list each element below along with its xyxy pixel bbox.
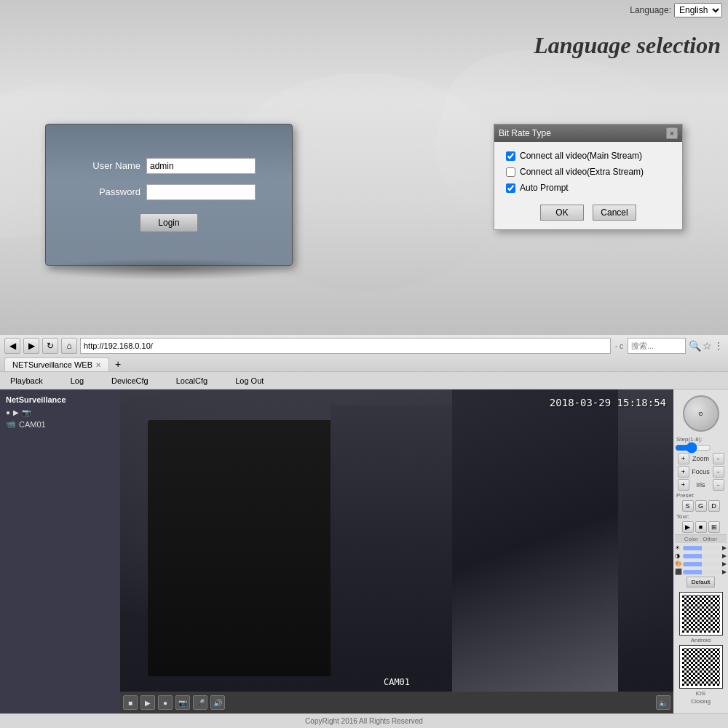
tb-play-btn[interactable]: ▶ <box>141 695 155 710</box>
footer-text: CopyRight 2016 All Rights Reserved <box>305 717 423 725</box>
tour-start-btn[interactable]: ▶ <box>682 521 694 533</box>
menu-local-cfg[interactable]: LocalCfg <box>173 374 210 387</box>
option2-row: Connect all video(Extra Stream) <box>506 167 670 177</box>
zoom-in-btn[interactable]: + <box>678 453 689 464</box>
saturation-slider[interactable] <box>683 570 721 574</box>
color-tab[interactable]: Color <box>684 536 698 542</box>
browser-icons-right: 🔍 ☆ ⋮ <box>689 340 724 352</box>
preset-label: Preset: <box>675 492 727 499</box>
saturation-icon: ⬛ <box>675 569 682 575</box>
option2-label: Connect all video(Extra Stream) <box>520 167 644 177</box>
contrast-arrow: ▶ <box>722 553 727 559</box>
tab-close-btn[interactable]: ✕ <box>95 361 101 369</box>
default-button[interactable]: Default <box>687 577 715 587</box>
cam-timestamp: 2018-03-29 15:18:54 <box>550 397 666 408</box>
dialog-buttons: OK Cancel <box>506 205 670 221</box>
username-row: User Name <box>82 158 256 174</box>
tb-volume-btn[interactable]: 🔈 <box>656 695 670 710</box>
color-row-2: ◑ ▶ <box>675 553 727 559</box>
back-button[interactable]: ◀ <box>4 338 20 354</box>
tb-audio-btn[interactable]: 🔊 <box>210 695 225 710</box>
iris-in-btn[interactable]: + <box>678 479 689 491</box>
preset-go-btn[interactable]: G <box>695 500 707 512</box>
forward-button[interactable]: ▶ <box>23 338 39 354</box>
contrast-slider[interactable] <box>683 554 721 558</box>
nvr-content-wrapper: NetSurveillance ● ▶ 📷 📹 CAM01 <box>0 389 728 713</box>
option3-row: Auto Prompt <box>506 183 670 193</box>
preset-buttons: S G D <box>675 500 727 512</box>
search-icon[interactable]: 🔍 <box>689 340 701 352</box>
menu-log-out[interactable]: Log Out <box>232 374 266 387</box>
tb-snapshot-btn[interactable]: 📷 <box>175 695 190 710</box>
contrast-icon: ◑ <box>675 553 682 559</box>
dialog-body: Connect all video(Main Stream) Connect a… <box>494 142 682 229</box>
menu-device-cfg[interactable]: DeviceCfg <box>108 374 151 387</box>
sidebar-icon-cam[interactable]: 📷 <box>22 408 31 416</box>
qr-pattern-ios <box>682 648 720 686</box>
ptz-joystick[interactable]: ⊙ <box>683 395 719 432</box>
menu-log[interactable]: Log <box>68 374 87 387</box>
hue-slider[interactable] <box>683 562 721 566</box>
dialog-title: Bit Rate Type <box>499 128 551 138</box>
nvr-controls: ⊙ Step(1-8): + Zoom - + Focus - <box>673 389 728 713</box>
camera-feed: 2018-03-29 15:18:54 CAM01 <box>120 389 673 692</box>
iris-label: Iris <box>691 481 711 488</box>
preset-del-btn[interactable]: D <box>708 500 720 512</box>
hue-icon: 🎨 <box>675 561 682 567</box>
dialog-close-button[interactable]: × <box>666 127 678 139</box>
language-select[interactable]: English <box>674 3 722 17</box>
cam-id-label: CAM01 <box>384 677 410 687</box>
tour-grid-btn[interactable]: ⊞ <box>708 521 720 533</box>
ios-label: iOS <box>696 690 705 697</box>
nvr-app: Playback Log DeviceCfg LocalCfg Log Out … <box>0 372 728 713</box>
menu-playback[interactable]: Playback <box>7 374 46 387</box>
sidebar-cam-item[interactable]: 📹 CAM01 <box>0 418 120 430</box>
nvr-main: 2018-03-29 15:18:54 CAM01 ■ ▶ ● 📷 🎤 🔊 🔈 <box>120 389 673 713</box>
other-tab[interactable]: Other <box>703 536 717 542</box>
option3-checkbox[interactable] <box>506 183 515 193</box>
tour-stop-btn[interactable]: ■ <box>695 521 707 533</box>
focus-out-btn[interactable]: - <box>713 466 724 478</box>
search-input[interactable] <box>628 338 686 354</box>
zoom-out-btn[interactable]: - <box>713 453 724 464</box>
password-input[interactable] <box>146 184 256 200</box>
color-row-3: 🎨 ▶ <box>675 561 727 567</box>
tab-label: NETSurveillance WEB <box>12 360 92 369</box>
nvr-toolbar-bottom: ■ ▶ ● 📷 🎤 🔊 🔈 <box>120 692 673 713</box>
sidebar-icon-play[interactable]: ▶ <box>13 408 19 416</box>
ok-button[interactable]: OK <box>540 205 584 221</box>
iris-row: + Iris - <box>675 479 727 491</box>
focus-in-btn[interactable]: + <box>678 466 689 478</box>
home-button[interactable]: ⌂ <box>61 338 77 354</box>
password-label: Password <box>82 186 141 197</box>
preset-set-btn[interactable]: S <box>682 500 694 512</box>
language-bar: Language: English <box>630 3 722 17</box>
browser-tab-active[interactable]: NETSurveillance WEB ✕ <box>4 357 109 371</box>
option1-checkbox[interactable] <box>506 151 515 161</box>
brightness-slider[interactable] <box>683 546 721 550</box>
option1-label: Connect all video(Main Stream) <box>520 151 642 161</box>
option2-checkbox[interactable] <box>506 167 515 177</box>
iris-out-btn[interactable]: - <box>713 479 724 491</box>
tb-record-btn[interactable]: ● <box>158 695 173 710</box>
username-input[interactable] <box>146 158 256 174</box>
login-button[interactable]: Login <box>140 213 198 232</box>
step-control <box>675 444 727 451</box>
sidebar-icon-record[interactable]: ● <box>6 408 10 416</box>
new-tab-button[interactable]: + <box>111 357 125 371</box>
tb-stop-btn[interactable]: ■ <box>123 695 138 710</box>
step-slider[interactable] <box>675 444 711 451</box>
focus-label: Focus <box>691 468 711 475</box>
password-row: Password <box>82 184 256 200</box>
tb-talk-btn[interactable]: 🎤 <box>193 695 207 710</box>
top-section: Language: English Language selection Use… <box>0 0 728 335</box>
settings-icon[interactable]: ⋮ <box>713 340 724 352</box>
option1-row: Connect all video(Main Stream) <box>506 151 670 161</box>
browser-nav-bar: ◀ ▶ ↻ ⌂ - c 🔍 ☆ ⋮ <box>4 338 724 354</box>
star-icon[interactable]: ☆ <box>703 340 712 352</box>
address-bar[interactable] <box>80 338 611 354</box>
color-row-1: ☀ ▶ <box>675 545 727 551</box>
refresh-button[interactable]: ↻ <box>42 338 58 354</box>
cam-label: CAM01 <box>19 420 46 429</box>
cancel-button[interactable]: Cancel <box>593 205 636 221</box>
